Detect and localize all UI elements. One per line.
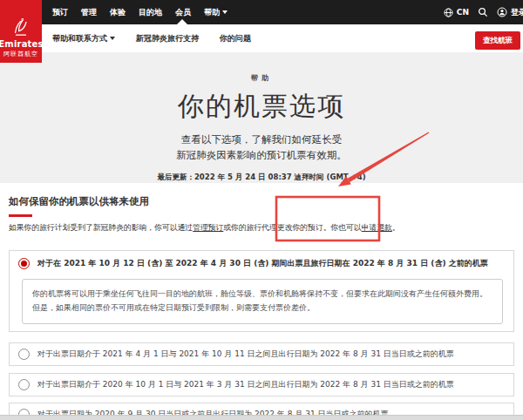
- intro-text-middle: 或你的旅行代理更改你的预订。你也可以: [223, 223, 361, 232]
- nav-item-experience[interactable]: 体验: [110, 7, 126, 18]
- chevron-down-icon: [222, 10, 228, 14]
- intro-paragraph: 如果你的旅行计划受到了新冠肺炎的影响，你可以通过管理预订或你的旅行代理更改你的预…: [9, 222, 514, 234]
- globe-icon: [444, 8, 453, 17]
- hero-subtitle: 查看以下选项，了解我们如何延长受 新冠肺炎因素影响的预订机票有效期。: [0, 132, 523, 164]
- top-navigation-bar: 预订 管理 体验 目的地 会员 帮助 CN: [0, 0, 523, 24]
- emirates-help-page: 预订 管理 体验 目的地 会员 帮助 CN: [0, 0, 523, 420]
- ticket-options-list: 对于在 2021 年 10 月 12 日 (含) 至 2022 年 4 月 30…: [9, 250, 514, 420]
- top-right-utilities: CN 登录: [444, 0, 523, 24]
- subnav-covid-support-label: 新冠肺炎旅行支持: [136, 33, 199, 44]
- emirates-calligraphy-icon: [11, 17, 31, 37]
- subnav-help-contact-label: 帮助和联系方式: [52, 33, 107, 44]
- hero-subtitle-line2: 新冠肺炎因素影响的预订机票有效期。: [0, 148, 523, 164]
- secondary-navigation-bar: 帮助和联系方式 新冠肺炎旅行支持 你的问题 查找航班: [0, 24, 523, 52]
- language-selector[interactable]: CN: [444, 8, 469, 17]
- option-1-label: 对于在 2021 年 10 月 12 日 (含) 至 2022 年 4 月 30…: [37, 258, 488, 269]
- account-icon: [497, 7, 507, 17]
- option-1-detail: 你的机票将可以用于乘坐任何飞往同一目的地的航班，舱位等级、票价和机舱将保持不变，…: [22, 279, 503, 324]
- intro-text-after: 。: [392, 223, 400, 232]
- hero-subtitle-line1: 查看以下选项，了解我们如何延长受: [0, 132, 523, 148]
- main-content: 如何保留你的机票以供将来使用 如果你的旅行计划受到了新冠肺炎的影响，你可以通过管…: [0, 183, 523, 420]
- radio-option-2[interactable]: [18, 349, 30, 360]
- ticket-option-2[interactable]: 对于出票日期介于 2021 年 4 月 1 日与 2021 年 10 月 11 …: [9, 342, 514, 366]
- ticket-option-3[interactable]: 对于出票日期介于 2020 年 10 月 1 日与 2021 年 3 月 31 …: [9, 373, 514, 396]
- footer-edge-bar: [0, 415, 523, 420]
- radio-option-3[interactable]: [18, 379, 30, 390]
- nav-item-help[interactable]: 帮助: [204, 7, 228, 18]
- subnav-your-questions[interactable]: 你的问题: [220, 33, 251, 44]
- intro-text-before: 如果你的旅行计划受到了新冠肺炎的影响，你可以通过: [9, 223, 193, 232]
- hero-section: 帮助 你的机票选项 查看以下选项，了解我们如何延长受 新冠肺炎因素影响的预订机票…: [0, 52, 523, 183]
- emirates-logo[interactable]: Emirates 阿联酋航空: [0, 0, 42, 63]
- manage-booking-link[interactable]: 管理预订: [193, 223, 223, 232]
- nav-item-loyalty[interactable]: 会员: [175, 7, 191, 18]
- nav-item-book[interactable]: 预订: [52, 7, 68, 18]
- subnav-covid-support[interactable]: 新冠肺炎旅行支持: [136, 33, 199, 44]
- active-nav-pointer: [177, 19, 187, 24]
- chevron-down-icon: [110, 37, 115, 40]
- page-title: 你的机票选项: [0, 89, 523, 125]
- brand-name-en: Emirates: [0, 39, 44, 49]
- request-refund-link[interactable]: 申请退款: [362, 223, 392, 232]
- login-control[interactable]: 登录: [497, 7, 523, 18]
- red-underline-accent: [9, 214, 32, 217]
- language-code: CN: [457, 8, 469, 17]
- top-nav-items: 预订 管理 体验 目的地 会员 帮助: [52, 7, 228, 18]
- brand-name-cn: 阿联酋航空: [3, 50, 38, 58]
- option-3-label: 对于出票日期介于 2020 年 10 月 1 日与 2021 年 3 月 31 …: [37, 379, 454, 390]
- option-2-label: 对于出票日期介于 2021 年 4 月 1 日与 2021 年 10 月 11 …: [37, 349, 454, 360]
- find-flights-button[interactable]: 查找航班: [475, 31, 520, 50]
- section-title: 如何保留你的机票以供将来使用: [9, 195, 514, 208]
- nav-item-destinations[interactable]: 目的地: [139, 7, 162, 18]
- subnav-help-contact[interactable]: 帮助和联系方式: [52, 33, 115, 44]
- subnav-your-questions-label: 你的问题: [220, 33, 251, 44]
- hero-eyebrow: 帮助: [0, 73, 523, 83]
- nav-item-help-label: 帮助: [204, 7, 220, 18]
- last-updated-text: 最后更新：2022 年 5 月 24 日 08:37 迪拜时间 (GMT +4): [0, 173, 523, 183]
- radio-option-1-selected[interactable]: [18, 258, 30, 269]
- nav-item-manage[interactable]: 管理: [81, 7, 97, 18]
- login-label: 登录: [511, 7, 523, 18]
- ticket-option-1[interactable]: 对于在 2021 年 10 月 12 日 (含) 至 2022 年 4 月 30…: [9, 250, 514, 332]
- search-icon[interactable]: [478, 7, 488, 17]
